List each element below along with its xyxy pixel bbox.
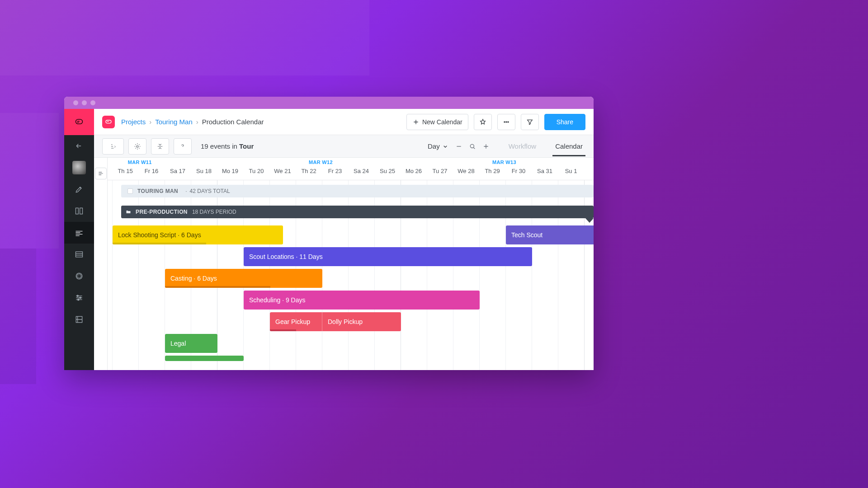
bg-decor — [0, 249, 36, 384]
zoom-unit-dropdown[interactable]: Day — [428, 142, 449, 150]
day-label[interactable]: We 21 — [274, 168, 291, 174]
project-summary-row[interactable]: TOURING MAN 42 DAYS TOTAL — [121, 185, 594, 197]
more-button[interactable] — [497, 114, 515, 130]
nav-calendar[interactable] — [64, 222, 94, 244]
folder-icon — [126, 209, 131, 215]
phase-name: PRE-PRODUCTION — [136, 209, 188, 215]
event-area: Lock Shooting Script · 6 DaysTech ScoutS… — [108, 225, 594, 370]
question-icon — [179, 143, 186, 150]
day-label[interactable]: Tu 20 — [249, 168, 264, 174]
breadcrumb-root[interactable]: Projects — [121, 118, 146, 126]
summary-name: TOURING MAN — [137, 188, 178, 194]
bg-decor — [0, 113, 59, 249]
day-label[interactable]: We 28 — [458, 168, 474, 174]
tab-calendar[interactable]: Calendar — [552, 136, 585, 156]
day-label[interactable]: Fr 23 — [328, 168, 342, 174]
svg-point-11 — [506, 121, 507, 122]
breadcrumb-project[interactable]: Touring Man — [155, 118, 193, 126]
phase-marker-icon — [585, 218, 594, 223]
day-label[interactable]: Th 15 — [118, 168, 132, 174]
event-bar[interactable]: Gear PickupDolly Pickup — [270, 312, 401, 331]
nav-reel[interactable] — [64, 265, 94, 287]
event-bar[interactable]: Scheduling · 9 Days — [244, 291, 480, 310]
svg-rect-3 — [76, 252, 83, 257]
event-bar[interactable]: Legal — [165, 334, 217, 353]
app-window: Projects › Touring Man › Production Cale… — [64, 97, 594, 370]
collapse-icon — [156, 143, 164, 150]
day-label[interactable]: Sa 31 — [537, 168, 552, 174]
day-label[interactable]: Sa 24 — [354, 168, 369, 174]
settings-button[interactable] — [128, 138, 146, 155]
day-label[interactable]: Su 1 — [565, 168, 577, 174]
collapse-button[interactable] — [151, 138, 169, 155]
favorite-button[interactable] — [474, 114, 492, 130]
progress-bar — [270, 329, 296, 331]
nav-list[interactable] — [64, 244, 94, 265]
new-calendar-button[interactable]: New Calendar — [406, 114, 468, 130]
window-titlebar — [64, 97, 594, 109]
window-close-dot[interactable] — [73, 100, 78, 105]
day-label[interactable]: Sa 17 — [170, 168, 185, 174]
svg-point-12 — [508, 121, 509, 122]
svg-point-6 — [80, 297, 81, 298]
window-max-dot[interactable] — [90, 100, 95, 105]
zoom-in-button[interactable] — [482, 143, 490, 150]
day-label[interactable]: Fr 30 — [512, 168, 525, 174]
hierarchy-dropdown[interactable] — [102, 138, 124, 155]
timeline-gutter — [94, 158, 108, 370]
tab-workflow[interactable]: Workflow — [506, 136, 539, 156]
nav-boards[interactable] — [64, 200, 94, 222]
progress-bar — [165, 286, 270, 288]
summary-total: 42 DAYS TOTAL — [183, 188, 230, 194]
day-label[interactable]: Tu 27 — [433, 168, 448, 174]
dots-icon — [503, 118, 510, 126]
timeline[interactable]: MAR W11MAR W12MAR W13Th 15Fr 16Sa 17Su 1… — [108, 158, 594, 370]
nav-settings[interactable] — [64, 287, 94, 309]
checkbox-icon[interactable] — [127, 188, 133, 194]
window-min-dot[interactable] — [82, 100, 87, 105]
app-logo[interactable] — [64, 109, 94, 135]
breadcrumb-logo[interactable] — [102, 116, 115, 128]
day-label[interactable]: Th 29 — [485, 168, 500, 174]
svg-point-5 — [77, 295, 78, 296]
svg-point-13 — [137, 145, 138, 147]
topbar: Projects › Touring Man › Production Cale… — [94, 109, 594, 135]
week-label: MAR W11 — [128, 160, 152, 165]
day-label[interactable]: Su 18 — [196, 168, 212, 174]
event-bar[interactable]: Lock Shooting Script · 6 Days — [113, 225, 283, 244]
bg-decor — [0, 0, 369, 75]
new-calendar-label: New Calendar — [422, 118, 462, 126]
day-label[interactable]: Mo 19 — [222, 168, 238, 174]
nav-edit[interactable] — [64, 178, 94, 200]
filter-button[interactable] — [521, 114, 539, 130]
chevron-right-icon: › — [196, 118, 198, 126]
day-label[interactable]: Fr 16 — [145, 168, 158, 174]
nav-docs[interactable] — [64, 309, 94, 330]
gear-icon — [134, 143, 141, 150]
phase-row[interactable]: PRE-PRODUCTION 18 DAYS PERIOD — [121, 206, 594, 218]
breadcrumb-current: Production Calendar — [202, 118, 264, 126]
nav-back[interactable] — [64, 135, 94, 157]
svg-point-7 — [78, 299, 79, 300]
share-button[interactable]: Share — [544, 114, 585, 130]
event-segment[interactable]: Gear Pickup — [270, 312, 322, 331]
event-bar[interactable]: Scout Locations · 11 Days — [244, 247, 532, 266]
event-bar[interactable]: Tech Scout — [506, 225, 594, 244]
event-bar[interactable] — [165, 356, 244, 361]
sidebar-rail — [64, 109, 94, 370]
svg-point-14 — [470, 144, 474, 148]
svg-rect-0 — [76, 119, 83, 124]
event-segment[interactable]: Dolly Pickup — [322, 312, 401, 331]
event-bar[interactable]: Casting · 6 Days — [165, 269, 322, 288]
date-header: MAR W11MAR W12MAR W13Th 15Fr 16Sa 17Su 1… — [108, 158, 594, 180]
row-toggle-button[interactable] — [95, 168, 107, 179]
svg-point-10 — [504, 121, 505, 122]
day-label[interactable]: Mo 26 — [406, 168, 422, 174]
zoom-out-button[interactable] — [455, 143, 462, 150]
nav-project-thumb[interactable] — [64, 157, 94, 178]
day-label[interactable]: Th 22 — [301, 168, 316, 174]
day-label[interactable]: Su 25 — [380, 168, 395, 174]
filter-icon — [526, 118, 533, 126]
help-button[interactable] — [174, 138, 192, 155]
zoom-fit-button[interactable] — [469, 143, 476, 150]
